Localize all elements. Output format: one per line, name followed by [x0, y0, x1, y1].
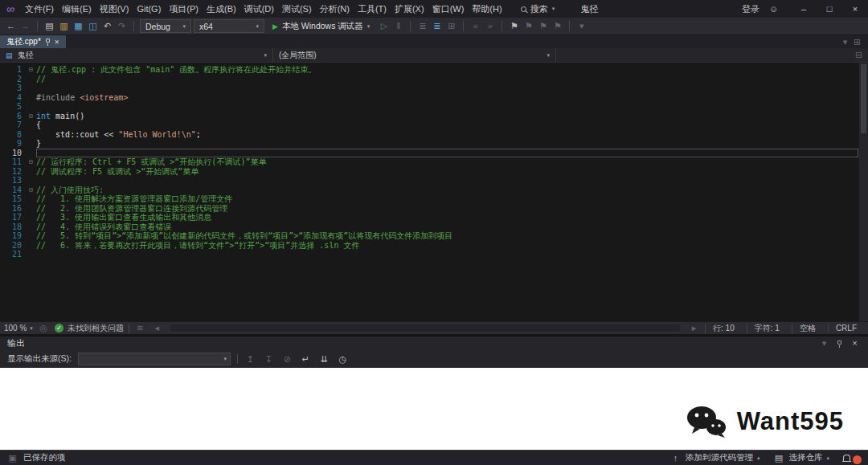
pin-icon[interactable]: [837, 341, 841, 345]
code-text[interactable]: [36, 102, 858, 112]
add-to-source-control-button[interactable]: ↑ 添加到源代码管理 ▴: [665, 452, 764, 463]
line-ending-indicator[interactable]: CRLF: [828, 324, 864, 332]
goto-next-message-icon[interactable]: ↧: [263, 355, 275, 364]
menu-item[interactable]: 帮助(H): [468, 3, 506, 15]
code-text[interactable]: [36, 149, 858, 158]
code-text[interactable]: int main(): [36, 112, 858, 121]
fold-collapse-icon[interactable]: ⊟: [26, 65, 36, 75]
open-file-icon[interactable]: ▥: [58, 22, 70, 31]
code-line-17[interactable]: 17// 3. 使用输出窗口查看生成输出和其他消息: [0, 213, 858, 222]
code-line-16[interactable]: 16// 2. 使用团队资源管理器窗口连接到源代码管理: [0, 204, 858, 214]
vertical-scrollbar[interactable]: [858, 63, 868, 321]
code-text[interactable]: // 6. 将来，若要再次打开此项目，请转到“文件”>“打开”>“项目”并选择 …: [36, 241, 858, 251]
code-line-13[interactable]: 13: [0, 176, 858, 186]
code-text[interactable]: // 调试程序: F5 或调试 >“开始调试”菜单: [36, 167, 858, 177]
menu-item[interactable]: 工具(T): [354, 3, 391, 15]
code-text[interactable]: #include <iostream>: [36, 93, 858, 103]
code-line-21[interactable]: 21: [0, 250, 858, 259]
history-clock-icon[interactable]: ◷: [337, 355, 349, 364]
live-share-icon[interactable]: ◎: [38, 324, 50, 332]
scrollbar-thumb[interactable]: [861, 64, 866, 133]
code-text[interactable]: std::cout << "Hello World!\n";: [36, 130, 858, 140]
code-line-1[interactable]: 1⊟// 鬼径.cpp : 此文件包含 "main" 函数。程序执行将在此处开始…: [0, 65, 858, 75]
minimize-button[interactable]: –: [791, 0, 817, 18]
redo-icon[interactable]: ↷: [116, 22, 128, 31]
decrease-indent-icon[interactable]: «: [469, 22, 481, 31]
code-line-11[interactable]: 11⊟// 运行程序: Ctrl + F5 或调试 >“开始执行(不调试)”菜单: [0, 157, 858, 167]
indent-mode-indicator[interactable]: 空格: [792, 323, 823, 334]
code-text[interactable]: }: [36, 139, 858, 149]
fold-collapse-icon[interactable]: ⊟: [26, 112, 36, 121]
maximize-button[interactable]: □: [817, 0, 842, 18]
code-line-15[interactable]: 15// 1. 使用解决方案资源管理器窗口添加/管理文件: [0, 194, 858, 204]
code-text[interactable]: // 入门使用技巧:: [36, 186, 858, 195]
menu-item[interactable]: 项目(P): [165, 3, 203, 15]
code-line-12[interactable]: 12// 调试程序: F5 或调试 >“开始调试”菜单: [0, 167, 858, 177]
sign-in-button[interactable]: 登录: [742, 3, 760, 15]
clear-all-output-icon[interactable]: ⊘: [281, 355, 293, 364]
code-line-3[interactable]: 3: [0, 84, 858, 93]
code-text[interactable]: // 5. 转到“项目”>“添加新项”以创建新的代码文件，或转到“项目”>“添加…: [36, 231, 858, 241]
code-line-18[interactable]: 18// 4. 使用错误列表窗口查看错误: [0, 222, 858, 232]
clear-bookmarks-icon[interactable]: ⚑: [551, 22, 563, 31]
code-cleanup-broom-icon[interactable]: ≋: [134, 324, 146, 332]
menu-item[interactable]: 文件(F): [21, 3, 58, 15]
code-text[interactable]: // 鬼径.cpp : 此文件包含 "main" 函数。程序执行将在此处开始并结…: [36, 65, 858, 75]
next-bookmark-icon[interactable]: ⚑: [537, 22, 549, 31]
code-text[interactable]: [36, 176, 858, 186]
code-line-5[interactable]: 5: [0, 102, 858, 112]
line-indicator[interactable]: 行: 10: [705, 323, 742, 334]
code-text[interactable]: // 1. 使用解决方案资源管理器窗口添加/管理文件: [36, 194, 858, 204]
code-line-9[interactable]: 9}: [0, 139, 858, 149]
toolbar-options-icon[interactable]: ▾: [575, 22, 588, 31]
split-window-icon[interactable]: ⊟: [853, 51, 865, 59]
previous-bookmark-icon[interactable]: ⚑: [522, 22, 534, 31]
scroll-right-icon[interactable]: ▸: [688, 324, 700, 332]
start-without-debugging-icon[interactable]: ▷: [378, 22, 390, 31]
code-line-8[interactable]: 8 std::cout << "Hello World!\n";: [0, 130, 858, 140]
fold-collapse-icon[interactable]: ⊟: [26, 186, 36, 195]
block-comment-icon[interactable]: ≣: [431, 22, 443, 31]
tab-guijing-cpp[interactable]: 鬼径.cpp* ×: [0, 35, 66, 48]
project-scope-dropdown[interactable]: ▤ 鬼径 ▾: [0, 48, 273, 62]
fold-collapse-icon[interactable]: ⊟: [26, 157, 36, 167]
notifications-button[interactable]: [843, 455, 862, 461]
menu-item[interactable]: 视图(V): [96, 3, 133, 15]
menu-item[interactable]: 窗口(W): [428, 3, 469, 15]
increase-indent-icon[interactable]: »: [484, 22, 496, 31]
code-text[interactable]: // 运行程序: Ctrl + F5 或调试 >“开始执行(不调试)”菜单: [36, 157, 858, 167]
code-line-6[interactable]: 6⊟int main(): [0, 112, 858, 121]
menu-item[interactable]: Git(G): [133, 4, 165, 14]
code-line-14[interactable]: 14⊟// 入门使用技巧:: [0, 186, 858, 195]
new-file-icon[interactable]: ▤: [43, 22, 55, 31]
code-text[interactable]: [36, 84, 858, 93]
zoom-select[interactable]: 100 % ▾: [4, 324, 33, 332]
pin-icon[interactable]: [46, 39, 50, 43]
code-line-10[interactable]: 10: [0, 149, 858, 158]
tab-list-chevron-icon[interactable]: ▾: [839, 38, 851, 47]
code-line-20[interactable]: 20// 6. 将来，若要再次打开此项目，请转到“文件”>“打开”>“项目”并选…: [0, 241, 858, 251]
solution-configuration-select[interactable]: Debug ▾: [140, 19, 191, 33]
menu-item[interactable]: 扩展(X): [391, 3, 428, 15]
code-line-19[interactable]: 19// 5. 转到“项目”>“添加新项”以创建新的代码文件，或转到“项目”>“…: [0, 231, 858, 241]
toggle-bookmark-icon[interactable]: ⚑: [508, 22, 520, 31]
code-lines[interactable]: 1⊟// 鬼径.cpp : 此文件包含 "main" 函数。程序执行将在此处开始…: [0, 63, 858, 321]
select-repository-button[interactable]: ▤ 选择仓库 ▴: [768, 452, 833, 463]
toggle-word-wrap-icon[interactable]: ↵: [300, 355, 312, 364]
line-comment-icon[interactable]: ≣: [416, 22, 428, 31]
code-text[interactable]: {: [36, 120, 858, 130]
feedback-icon[interactable]: ☺: [768, 5, 780, 14]
close-button[interactable]: ×: [842, 0, 868, 18]
undo-icon[interactable]: ↶: [101, 22, 113, 31]
show-all-files-icon[interactable]: ⊞: [445, 22, 457, 31]
start-debugging-button[interactable]: ▶ 本地 Windows 调试器 ▾: [267, 21, 375, 32]
menu-item[interactable]: 分析(N): [316, 3, 354, 15]
close-icon[interactable]: ×: [849, 339, 861, 348]
search-box[interactable]: 搜索 ▾: [516, 3, 560, 15]
chevron-down-icon[interactable]: ▾: [818, 339, 830, 348]
code-text[interactable]: [36, 250, 858, 259]
save-icon[interactable]: ▦: [72, 22, 84, 31]
scroll-left-icon[interactable]: ◂: [151, 324, 163, 332]
code-line-7[interactable]: 7{: [0, 120, 858, 130]
document-health-indicator[interactable]: ✓ 未找到相关问题: [55, 323, 124, 334]
